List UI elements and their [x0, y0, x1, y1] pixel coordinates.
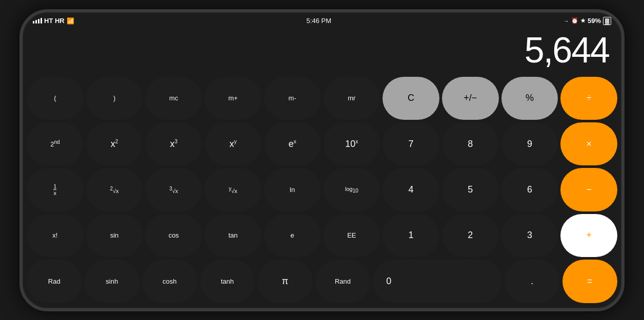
phone-frame: HT HR 📶 5:46 PM → ⏰ ★ 59% ▓ 5,644 ( ) mc… [19, 9, 625, 311]
btn-ee[interactable]: EE [324, 214, 380, 257]
status-left: HT HR 📶 [33, 17, 74, 25]
btn-4[interactable]: 4 [383, 168, 439, 211]
btn-5[interactable]: 5 [442, 168, 499, 211]
signal-bars-icon [33, 18, 42, 24]
btn-decimal[interactable]: . [505, 260, 560, 303]
btn-e[interactable]: e [264, 214, 321, 257]
btn-sin[interactable]: sin [86, 214, 143, 257]
btn-7[interactable]: 7 [383, 122, 439, 165]
btn-8[interactable]: 8 [442, 122, 499, 165]
wifi-icon: 📶 [67, 17, 74, 25]
btn-rad[interactable]: Rad [27, 260, 82, 303]
calculator-keypad: ( ) mc m+ m- mr C +/− % ÷ 2nd x2 x3 xy e… [23, 75, 621, 308]
calculator-display: 5,644 [23, 29, 621, 75]
button-row-4: x! sin cos tan e EE 1 2 3 + [27, 214, 617, 257]
btn-tanh[interactable]: tanh [200, 260, 255, 303]
bluetooth-icon: ★ [580, 17, 586, 24]
btn-rand[interactable]: Rand [315, 260, 371, 303]
btn-1[interactable]: 1 [383, 214, 439, 257]
btn-multiply[interactable]: × [560, 122, 617, 165]
btn-factorial[interactable]: x! [27, 214, 84, 257]
btn-m-plus[interactable]: m+ [205, 77, 261, 120]
location-icon: → [564, 18, 569, 24]
status-right: → ⏰ ★ 59% ▓ [564, 17, 611, 25]
carrier-label: HT HR [44, 17, 65, 25]
btn-sqrty[interactable]: y√x [205, 168, 261, 211]
battery-icon: ▓ [603, 17, 611, 25]
btn-x3[interactable]: x3 [145, 122, 202, 165]
btn-add[interactable]: + [560, 214, 617, 257]
btn-0[interactable]: 0 [373, 260, 502, 303]
btn-ex[interactable]: ex [264, 122, 321, 165]
battery-label: 59% [588, 17, 601, 25]
btn-sinh[interactable]: sinh [85, 260, 140, 303]
status-bar: HT HR 📶 5:46 PM → ⏰ ★ 59% ▓ [23, 12, 621, 29]
btn-percent[interactable]: % [501, 77, 558, 120]
btn-mr[interactable]: mr [324, 77, 380, 120]
btn-ln[interactable]: ln [264, 168, 321, 211]
btn-close-paren[interactable]: ) [86, 77, 143, 120]
btn-open-paren[interactable]: ( [27, 77, 84, 120]
button-row-5: Rad sinh cosh tanh π Rand 0 . = [27, 260, 617, 303]
btn-cosh[interactable]: cosh [142, 260, 197, 303]
btn-clear[interactable]: C [383, 77, 439, 120]
btn-sqrt3[interactable]: 3√x [145, 168, 202, 211]
btn-pi[interactable]: π [257, 260, 313, 303]
status-time: 5:46 PM [307, 17, 331, 25]
btn-plus-minus[interactable]: +/− [442, 77, 499, 120]
button-row-3: 1 x 2√x 3√x y√x ln log10 4 5 6 − [27, 168, 617, 211]
btn-log10[interactable]: log10 [324, 168, 380, 211]
display-value: 5,644 [525, 30, 609, 71]
btn-2[interactable]: 2 [442, 214, 499, 257]
btn-9[interactable]: 9 [501, 122, 558, 165]
volume-button[interactable] [19, 104, 21, 130]
btn-tan[interactable]: tan [205, 214, 261, 257]
btn-mc[interactable]: mc [145, 77, 202, 120]
btn-subtract[interactable]: − [560, 168, 617, 211]
btn-xy[interactable]: xy [205, 122, 261, 165]
btn-10x[interactable]: 10x [324, 122, 380, 165]
btn-x2[interactable]: x2 [86, 122, 143, 165]
btn-m-minus[interactable]: m- [264, 77, 321, 120]
power-button[interactable] [623, 115, 625, 171]
btn-6[interactable]: 6 [501, 168, 558, 211]
btn-2nd[interactable]: 2nd [27, 122, 84, 165]
button-row-2: 2nd x2 x3 xy ex 10x 7 8 9 × [27, 122, 617, 165]
btn-cos[interactable]: cos [145, 214, 202, 257]
btn-divide[interactable]: ÷ [560, 77, 617, 120]
btn-sqrt2[interactable]: 2√x [86, 168, 143, 211]
btn-equals[interactable]: = [562, 260, 618, 303]
btn-3[interactable]: 3 [501, 214, 558, 257]
button-row-1: ( ) mc m+ m- mr C +/− % ÷ [27, 77, 617, 120]
btn-1-over-x[interactable]: 1 x [27, 168, 84, 211]
alarm-icon: ⏰ [571, 17, 578, 24]
